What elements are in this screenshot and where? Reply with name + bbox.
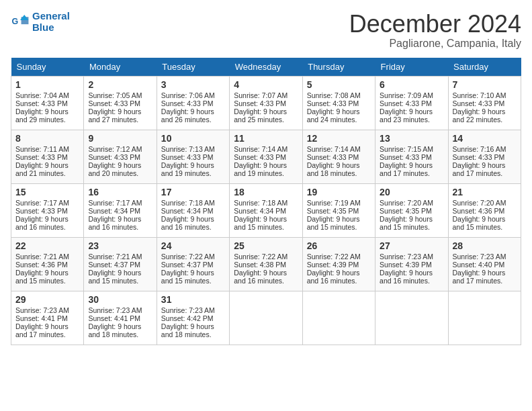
calendar-cell: 23Sunrise: 7:21 AMSunset: 4:37 PMDayligh… bbox=[84, 237, 157, 291]
sunrise-text: Sunrise: 7:07 AM bbox=[234, 91, 287, 99]
daylight-text: Daylight: 9 hours and 16 minutes. bbox=[380, 269, 433, 285]
sunrise-text: Sunrise: 7:18 AM bbox=[234, 199, 287, 207]
daylight-text: Daylight: 9 hours and 16 minutes. bbox=[234, 269, 287, 285]
sunset-text: Sunset: 4:33 PM bbox=[161, 99, 214, 107]
daylight-text: Daylight: 9 hours and 21 minutes. bbox=[15, 161, 69, 177]
day-number: 14 bbox=[453, 133, 517, 144]
calendar-cell: 7Sunrise: 7:10 AMSunset: 4:33 PMDaylight… bbox=[448, 76, 521, 130]
sunset-text: Sunset: 4:33 PM bbox=[15, 207, 68, 215]
day-number: 2 bbox=[88, 79, 152, 90]
sunrise-text: Sunrise: 7:23 AM bbox=[380, 253, 433, 261]
daylight-text: Daylight: 9 hours and 16 minutes. bbox=[307, 269, 360, 285]
day-number: 30 bbox=[88, 294, 152, 305]
calendar-cell: 1Sunrise: 7:04 AMSunset: 4:33 PMDaylight… bbox=[11, 76, 84, 130]
sunset-text: Sunset: 4:34 PM bbox=[234, 207, 286, 215]
day-number: 20 bbox=[380, 187, 443, 197]
daylight-text: Daylight: 9 hours and 15 minutes. bbox=[234, 215, 287, 231]
sunrise-text: Sunrise: 7:16 AM bbox=[453, 145, 506, 153]
sunset-text: Sunset: 4:34 PM bbox=[88, 207, 140, 215]
header-wednesday: Wednesday bbox=[230, 58, 302, 77]
daylight-text: Daylight: 9 hours and 20 minutes. bbox=[88, 161, 141, 177]
day-number: 7 bbox=[453, 79, 517, 90]
sunset-text: Sunset: 4:33 PM bbox=[161, 153, 214, 161]
calendar-cell: 2Sunrise: 7:05 AMSunset: 4:33 PMDaylight… bbox=[84, 76, 157, 130]
calendar-cell: 10Sunrise: 7:13 AMSunset: 4:33 PMDayligh… bbox=[157, 130, 229, 183]
sunrise-text: Sunrise: 7:12 AM bbox=[88, 145, 142, 153]
calendar-cell: 28Sunrise: 7:23 AMSunset: 4:40 PMDayligh… bbox=[448, 237, 521, 291]
sunset-text: Sunset: 4:33 PM bbox=[307, 99, 359, 107]
sunrise-text: Sunrise: 7:23 AM bbox=[15, 306, 69, 314]
sunrise-text: Sunrise: 7:18 AM bbox=[161, 199, 215, 207]
sunrise-text: Sunrise: 7:10 AM bbox=[453, 91, 506, 99]
daylight-text: Daylight: 9 hours and 24 minutes. bbox=[307, 107, 360, 124]
sunrise-text: Sunrise: 7:08 AM bbox=[307, 91, 361, 99]
sunrise-text: Sunrise: 7:17 AM bbox=[88, 199, 142, 207]
calendar-cell: 31Sunrise: 7:23 AMSunset: 4:42 PMDayligh… bbox=[157, 291, 229, 345]
calendar-cell: 27Sunrise: 7:23 AMSunset: 4:39 PMDayligh… bbox=[375, 237, 448, 291]
day-number: 9 bbox=[88, 133, 152, 144]
day-number: 19 bbox=[307, 187, 371, 197]
day-number: 28 bbox=[453, 240, 517, 251]
daylight-text: Daylight: 9 hours and 19 minutes. bbox=[234, 161, 287, 177]
daylight-text: Daylight: 9 hours and 17 minutes. bbox=[15, 322, 69, 338]
calendar-cell: 16Sunrise: 7:17 AMSunset: 4:34 PMDayligh… bbox=[84, 183, 157, 237]
day-number: 23 bbox=[88, 240, 152, 251]
sunset-text: Sunset: 4:33 PM bbox=[88, 153, 140, 161]
day-number: 5 bbox=[307, 79, 371, 90]
calendar-cell: 15Sunrise: 7:17 AMSunset: 4:33 PMDayligh… bbox=[11, 183, 84, 237]
daylight-text: Daylight: 9 hours and 29 minutes. bbox=[15, 107, 69, 124]
sunset-text: Sunset: 4:33 PM bbox=[380, 99, 432, 107]
sunrise-text: Sunrise: 7:11 AM bbox=[15, 145, 69, 153]
daylight-text: Daylight: 9 hours and 17 minutes. bbox=[453, 161, 506, 177]
sunset-text: Sunset: 4:35 PM bbox=[380, 207, 432, 215]
calendar-week-4: 22Sunrise: 7:21 AMSunset: 4:36 PMDayligh… bbox=[11, 237, 521, 291]
calendar-cell: 30Sunrise: 7:23 AMSunset: 4:41 PMDayligh… bbox=[84, 291, 157, 345]
sunset-text: Sunset: 4:33 PM bbox=[234, 153, 286, 161]
daylight-text: Daylight: 9 hours and 15 minutes. bbox=[307, 215, 360, 231]
day-number: 29 bbox=[15, 294, 79, 305]
sunset-text: Sunset: 4:37 PM bbox=[88, 261, 140, 269]
calendar-header-row: SundayMondayTuesdayWednesdayThursdayFrid… bbox=[11, 58, 521, 77]
logo-text: General Blue bbox=[32, 11, 70, 33]
header-tuesday: Tuesday bbox=[157, 58, 229, 77]
sunset-text: Sunset: 4:33 PM bbox=[234, 99, 286, 107]
calendar-cell: 9Sunrise: 7:12 AMSunset: 4:33 PMDaylight… bbox=[84, 130, 157, 183]
day-number: 4 bbox=[234, 79, 298, 90]
sunrise-text: Sunrise: 7:15 AM bbox=[380, 145, 433, 153]
daylight-text: Daylight: 9 hours and 19 minutes. bbox=[161, 161, 214, 177]
header-sunday: Sunday bbox=[11, 58, 84, 77]
daylight-text: Daylight: 9 hours and 17 minutes. bbox=[380, 161, 433, 177]
sunrise-text: Sunrise: 7:23 AM bbox=[161, 306, 215, 314]
calendar-cell: 24Sunrise: 7:22 AMSunset: 4:37 PMDayligh… bbox=[157, 237, 229, 291]
sunrise-text: Sunrise: 7:21 AM bbox=[88, 253, 142, 261]
day-number: 25 bbox=[234, 240, 298, 251]
sunrise-text: Sunrise: 7:14 AM bbox=[234, 145, 287, 153]
day-number: 10 bbox=[161, 133, 225, 144]
daylight-text: Daylight: 9 hours and 25 minutes. bbox=[234, 107, 287, 124]
daylight-text: Daylight: 9 hours and 15 minutes. bbox=[453, 215, 506, 231]
header-saturday: Saturday bbox=[448, 58, 521, 77]
day-number: 15 bbox=[15, 187, 79, 197]
calendar-cell: 4Sunrise: 7:07 AMSunset: 4:33 PMDaylight… bbox=[230, 76, 302, 130]
sunset-text: Sunset: 4:33 PM bbox=[88, 99, 140, 107]
sunset-text: Sunset: 4:36 PM bbox=[15, 261, 68, 269]
day-number: 16 bbox=[88, 187, 152, 197]
sunrise-text: Sunrise: 7:22 AM bbox=[307, 253, 361, 261]
title-section: December 2024 Pagliarone, Campania, Ital… bbox=[349, 11, 521, 50]
sunset-text: Sunset: 4:41 PM bbox=[15, 314, 68, 322]
calendar-cell bbox=[302, 291, 375, 345]
day-number: 6 bbox=[380, 79, 443, 90]
sunrise-text: Sunrise: 7:20 AM bbox=[453, 199, 506, 207]
calendar-cell: 13Sunrise: 7:15 AMSunset: 4:33 PMDayligh… bbox=[375, 130, 448, 183]
day-number: 22 bbox=[15, 240, 79, 251]
sunset-text: Sunset: 4:34 PM bbox=[161, 207, 214, 215]
sunrise-text: Sunrise: 7:14 AM bbox=[307, 145, 361, 153]
sunset-text: Sunset: 4:41 PM bbox=[88, 314, 140, 322]
calendar-cell bbox=[448, 291, 521, 345]
sunset-text: Sunset: 4:42 PM bbox=[161, 314, 214, 322]
sunrise-text: Sunrise: 7:06 AM bbox=[161, 91, 215, 99]
day-number: 13 bbox=[380, 133, 443, 144]
day-number: 21 bbox=[453, 187, 517, 197]
sunset-text: Sunset: 4:33 PM bbox=[307, 153, 359, 161]
calendar-week-1: 1Sunrise: 7:04 AMSunset: 4:33 PMDaylight… bbox=[11, 76, 521, 130]
